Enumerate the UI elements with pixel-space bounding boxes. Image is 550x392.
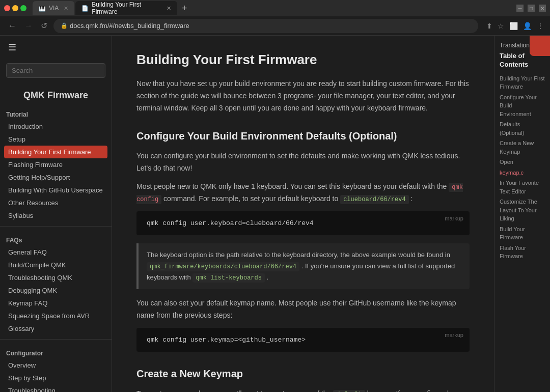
tab-via-icon: 🎹	[39, 5, 46, 12]
sidebar-item-introduction[interactable]: Introduction	[0, 120, 112, 133]
toc-item-6[interactable]: Build Your Firmware	[500, 225, 545, 242]
sidebar-item-squeezing[interactable]: Squeezing Space from AVR	[0, 310, 112, 322]
address-text: docs.qmk.fm/#/newbs_building_firmware	[70, 22, 189, 30]
toc-item-2[interactable]: Defaults (Optional)	[500, 120, 545, 137]
toc-item-0[interactable]: Building Your First Firmware	[500, 74, 545, 91]
toc-item-3[interactable]: Create a New Keymap	[500, 139, 545, 156]
section1-p3: You can also set your default keymap nam…	[136, 297, 470, 322]
tab-via[interactable]: 🎹 VIA ✕	[33, 1, 74, 15]
os-window-controls: ─ □ ✕	[516, 5, 546, 12]
sidebar-item-debugging[interactable]: Debugging QMK	[0, 284, 112, 297]
tutorial-section: Tutorial	[0, 105, 112, 120]
default-inline: default	[333, 390, 365, 392]
section1-p2-text: Most people new to QMK only have 1 keybo…	[136, 182, 447, 190]
section2-p1-text: To create your own keymap you'll want to…	[136, 389, 331, 392]
toc-item-4b[interactable]: keymap.c	[500, 169, 545, 177]
code-1: qmk config user.keyboard=clueboard/66/re…	[147, 219, 459, 227]
window-controls	[4, 5, 26, 11]
divider-1	[0, 226, 112, 227]
maximize-button[interactable]	[20, 5, 26, 11]
section1-title: Configure Your Build Environment Default…	[136, 130, 470, 142]
address-input[interactable]: 🔒 docs.qmk.fm/#/newbs_building_firmware	[53, 19, 478, 33]
toc-item-7[interactable]: Flash Your Firmware	[500, 244, 545, 261]
toc-item-5[interactable]: Customize The Layout To Your Liking	[500, 198, 545, 223]
sidebar-item-github[interactable]: Building With GitHub Userspace	[0, 184, 112, 197]
tutorial-title: Tutorial	[6, 111, 105, 118]
markup-label-2: markup	[445, 332, 463, 338]
sidebar-item-config-overview[interactable]: Overview	[0, 359, 112, 372]
sidebar-item-syllabus[interactable]: Syllabus	[0, 209, 112, 222]
search-input[interactable]	[6, 63, 105, 78]
section1-p2-end: command. For example, to set your defaul…	[163, 194, 338, 203]
note-text-1: The keyboard option is the path relative…	[147, 249, 461, 284]
toolbar-icons: ⬆ ☆ ⬜ 👤 ⋮	[486, 22, 544, 30]
note-intro: The keyboard option is the path relative…	[147, 251, 450, 259]
close-button[interactable]	[4, 5, 10, 11]
lock-icon: 🔒	[61, 22, 68, 29]
sidebar-header: ☰	[0, 36, 112, 59]
tab-firmware-close[interactable]: ✕	[167, 5, 171, 12]
sidebar-item-general-faq[interactable]: General FAQ	[0, 246, 112, 259]
sidebar-item-glossary[interactable]: Glossary	[0, 322, 112, 335]
divider-2	[0, 339, 112, 340]
sidebar: ☰ QMK Firmware Tutorial Introduction Set…	[0, 36, 112, 392]
note-code-2: qmk list-keyboards	[193, 273, 265, 283]
app-layout: ☰ QMK Firmware Tutorial Introduction Set…	[0, 36, 550, 392]
tab-via-label: VIA	[49, 5, 59, 12]
sidebar-item-building-firmware[interactable]: Building Your First Firmware	[4, 146, 107, 158]
hamburger-menu[interactable]: ☰	[6, 40, 18, 55]
configurator-title: Configurator	[6, 350, 105, 357]
menu-icon[interactable]: ⋮	[537, 22, 544, 30]
intro-paragraph: Now that you have set up your build envi…	[136, 78, 470, 114]
sidebar-item-troubleshooting[interactable]: Troubleshooting	[0, 384, 112, 392]
code-block-2: markup qmk config user.keymap=<github_us…	[136, 328, 470, 352]
toc-item-4[interactable]: Open	[500, 158, 545, 166]
titlebar: 🎹 VIA ✕ 📄 Building Your First Firmware ✕…	[0, 0, 550, 16]
new-tab-button[interactable]: +	[178, 2, 190, 14]
tab-firmware-icon: 📄	[81, 5, 89, 12]
sidebar-logo-text: QMK Firmware	[6, 90, 105, 101]
clueboard-inline: clueboard/66/rev4	[340, 195, 408, 204]
sidebar-item-keymap-faq[interactable]: Keymap FAQ	[0, 297, 112, 310]
address-bar: ← → ↺ 🔒 docs.qmk.fm/#/newbs_building_fir…	[0, 16, 550, 36]
sidebar-item-flashing[interactable]: Flashing Firmware	[0, 158, 112, 171]
sidebar-item-help[interactable]: Getting Help/Support	[0, 171, 112, 184]
page-title: Building Your First Firmware	[136, 52, 470, 68]
toc-item-4c[interactable]: In Your Favorite Text Editor	[500, 179, 545, 195]
sidebar-item-build-compile[interactable]: Build/Compile QMK	[0, 259, 112, 271]
toc-sidebar: Translations Table of Contents Building …	[494, 36, 550, 392]
code-2: qmk config user.keymap=<github_username>	[147, 336, 459, 344]
profile-icon[interactable]: 👤	[523, 22, 532, 30]
section2-p1: To create your own keymap you'll want to…	[136, 388, 470, 392]
sidebar-item-troubleshooting-qmk[interactable]: Troubleshooting QMK	[0, 271, 112, 284]
toc-item-1[interactable]: Configure Your Build Environment	[500, 93, 545, 119]
note-period: .	[267, 273, 269, 281]
faqs-title: FAQs	[6, 237, 105, 244]
os-close[interactable]: ✕	[539, 5, 546, 12]
forward-button[interactable]: →	[22, 20, 35, 32]
tab-bar: 🎹 VIA ✕ 📄 Building Your First Firmware ✕…	[33, 1, 510, 15]
tab-firmware[interactable]: 📄 Building Your First Firmware ✕	[75, 1, 177, 15]
tab-firmware-label: Building Your First Firmware	[92, 1, 161, 15]
reload-button[interactable]: ↺	[39, 20, 49, 32]
markup-label-1: markup	[445, 215, 463, 221]
section2-title: Create a New Keymap	[136, 368, 470, 380]
back-button[interactable]: ←	[6, 20, 18, 32]
note-box-1: The keyboard option is the path relative…	[136, 243, 470, 290]
section1-p1: You can configure your build environment…	[136, 150, 470, 175]
extensions-icon[interactable]: ⬜	[509, 22, 518, 30]
sidebar-item-step-by-step[interactable]: Step by Step	[0, 372, 112, 384]
faqs-section: FAQs	[0, 231, 112, 246]
os-maximize[interactable]: □	[528, 5, 535, 12]
sidebar-item-resources[interactable]: Other Resources	[0, 197, 112, 209]
minimize-button[interactable]	[12, 5, 18, 11]
sidebar-item-setup[interactable]: Setup	[0, 133, 112, 146]
note-code-1: qmk_firmware/keyboards/clueboard/66/rev4	[147, 262, 299, 271]
os-minimize[interactable]: ─	[516, 5, 524, 12]
bookmark-icon[interactable]: ☆	[498, 22, 504, 30]
configurator-section: Configurator	[0, 344, 112, 359]
toc-corner-decoration	[530, 36, 550, 56]
share-icon[interactable]: ⬆	[486, 22, 492, 30]
tab-via-close[interactable]: ✕	[64, 5, 68, 12]
code-block-1: markup qmk config user.keyboard=clueboar…	[136, 211, 470, 235]
